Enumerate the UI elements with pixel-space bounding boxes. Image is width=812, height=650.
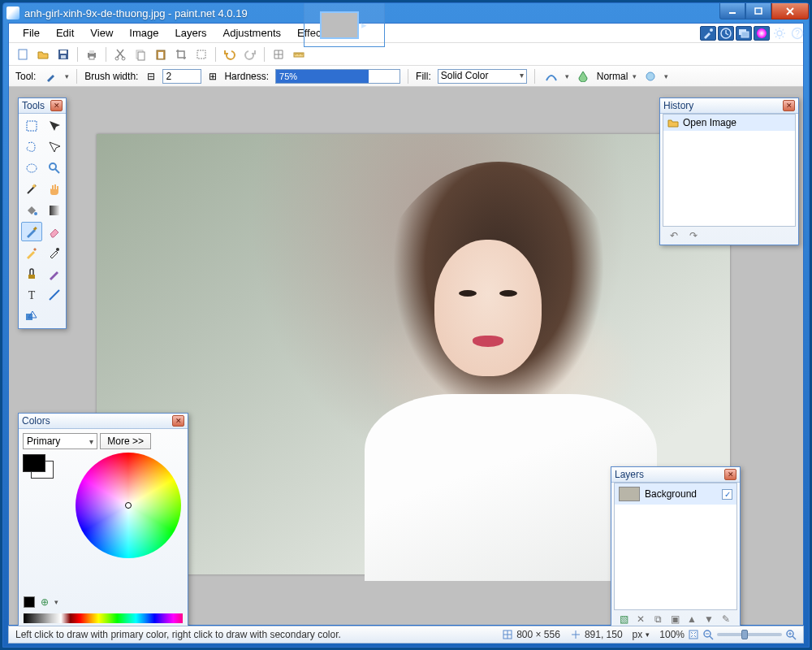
move-down-icon[interactable]: ▼ bbox=[702, 613, 715, 626]
color-wheel[interactable] bbox=[76, 453, 181, 558]
tool-magic-wand[interactable] bbox=[21, 180, 42, 199]
add-color-icon[interactable]: ⊕ bbox=[38, 596, 51, 609]
zoom-slider[interactable] bbox=[717, 633, 782, 636]
tool-zoom[interactable] bbox=[44, 158, 65, 178]
tool-shapes[interactable] bbox=[21, 306, 42, 326]
chevron-down-icon[interactable]: ▾ bbox=[565, 72, 569, 80]
minimize-button[interactable] bbox=[719, 3, 745, 20]
brush-increase[interactable]: ⊞ bbox=[206, 67, 219, 85]
grid-button[interactable] bbox=[270, 46, 287, 63]
tool-move-pixels[interactable] bbox=[44, 137, 65, 157]
tool-pan[interactable] bbox=[44, 180, 65, 199]
tool-paint-bucket[interactable] bbox=[21, 201, 42, 220]
print-button[interactable] bbox=[83, 46, 101, 63]
tool-recolor[interactable] bbox=[44, 264, 65, 284]
document-list-dropdown[interactable]: ▸ bbox=[359, 11, 369, 39]
svg-rect-36 bbox=[28, 275, 35, 279]
menu-file[interactable]: File bbox=[15, 24, 47, 41]
antialias-toggle[interactable] bbox=[542, 68, 560, 84]
fill-select[interactable]: Solid Color bbox=[438, 69, 527, 84]
blend-icon[interactable] bbox=[574, 68, 592, 84]
hardness-slider[interactable]: 75% bbox=[275, 69, 400, 84]
menu-image[interactable]: Image bbox=[122, 24, 166, 41]
chevron-down-icon[interactable]: ▾ bbox=[664, 72, 668, 80]
menu-edit[interactable]: Edit bbox=[49, 24, 81, 41]
zoom-in-icon[interactable] bbox=[785, 629, 797, 640]
help-icon[interactable]: ? bbox=[789, 26, 806, 41]
deselect-button[interactable] bbox=[192, 46, 210, 63]
layer-visible-checkbox[interactable]: ✓ bbox=[722, 489, 732, 500]
tool-text[interactable]: T bbox=[21, 285, 42, 305]
tool-picker[interactable] bbox=[42, 68, 60, 84]
tool-color-picker[interactable] bbox=[44, 243, 65, 262]
menu-layers[interactable]: Layers bbox=[167, 24, 214, 41]
more-button[interactable]: More >> bbox=[100, 433, 151, 449]
close-icon[interactable]: ✕ bbox=[783, 100, 795, 111]
menu-adjustments[interactable]: Adjustments bbox=[215, 24, 288, 41]
menu-view[interactable]: View bbox=[83, 24, 120, 41]
svg-point-4 bbox=[710, 28, 713, 32]
merge-down-icon[interactable]: ▣ bbox=[668, 613, 681, 626]
chevron-down-icon[interactable]: ▾ bbox=[633, 72, 637, 80]
copy-button[interactable] bbox=[132, 46, 149, 63]
chevron-down-icon[interactable]: ▾ bbox=[54, 598, 58, 606]
redo-button[interactable] bbox=[241, 46, 259, 63]
close-button[interactable] bbox=[771, 3, 809, 20]
overwrite-toggle[interactable] bbox=[641, 68, 659, 84]
duplicate-layer-icon[interactable]: ⧉ bbox=[651, 613, 664, 626]
color-swatches[interactable] bbox=[23, 454, 58, 482]
ruler-button[interactable] bbox=[290, 46, 308, 63]
tool-rectangle-select[interactable] bbox=[21, 116, 42, 136]
unit-select[interactable]: px ▾ bbox=[633, 629, 650, 640]
primary-color[interactable] bbox=[23, 454, 45, 472]
tool-move-selection[interactable] bbox=[44, 116, 65, 136]
zoom-out-icon[interactable] bbox=[702, 629, 714, 640]
zoom-value[interactable]: 100% bbox=[659, 629, 685, 640]
settings-icon[interactable] bbox=[771, 26, 788, 41]
color-target-select[interactable]: Primary bbox=[23, 433, 97, 449]
brush-decrease[interactable]: ⊟ bbox=[145, 67, 158, 85]
history-window-toggle[interactable] bbox=[718, 26, 734, 41]
tools-window-toggle[interactable] bbox=[700, 26, 716, 41]
colors-window-toggle[interactable] bbox=[754, 26, 770, 41]
document-tab[interactable]: ▸ bbox=[304, 3, 385, 47]
palette-strip[interactable] bbox=[24, 613, 183, 623]
open-button[interactable] bbox=[34, 46, 52, 63]
blend-mode-select[interactable]: Normal bbox=[597, 71, 628, 82]
cut-button[interactable] bbox=[111, 46, 129, 63]
tool-eraser[interactable] bbox=[44, 222, 65, 241]
save-button[interactable] bbox=[54, 46, 72, 63]
paste-button[interactable] bbox=[152, 46, 170, 63]
colors-panel[interactable]: Colors✕ Primary More >> ⊕ ▾ bbox=[18, 413, 188, 629]
close-icon[interactable]: ✕ bbox=[50, 100, 63, 111]
tool-clone-stamp[interactable] bbox=[21, 264, 42, 284]
undo-icon[interactable]: ↶ bbox=[667, 229, 680, 242]
layer-properties-icon[interactable]: ✎ bbox=[719, 613, 732, 626]
tools-panel[interactable]: Tools✕ T bbox=[18, 98, 67, 329]
move-up-icon[interactable]: ▲ bbox=[685, 613, 698, 626]
tool-ellipse-select[interactable] bbox=[21, 158, 42, 178]
layers-panel[interactable]: Layers✕ Background ✓ ▧ ✕ ⧉ ▣ ▲ ▼ ✎ bbox=[611, 466, 741, 629]
tool-pencil[interactable] bbox=[21, 243, 42, 262]
history-panel[interactable]: History✕ Open Image ↶ ↷ bbox=[659, 98, 799, 245]
brush-width-input[interactable] bbox=[162, 69, 201, 84]
svg-point-9 bbox=[777, 31, 782, 36]
close-icon[interactable]: ✕ bbox=[172, 415, 184, 427]
layers-window-toggle[interactable] bbox=[736, 26, 752, 41]
undo-button[interactable] bbox=[221, 46, 239, 63]
maximize-button[interactable] bbox=[745, 3, 771, 20]
close-icon[interactable]: ✕ bbox=[724, 469, 736, 480]
crop-button[interactable] bbox=[172, 46, 190, 63]
redo-icon[interactable]: ↷ bbox=[687, 229, 700, 242]
add-layer-icon[interactable]: ▧ bbox=[617, 613, 630, 626]
tool-line[interactable] bbox=[44, 285, 65, 305]
tool-gradient[interactable] bbox=[44, 201, 65, 220]
chevron-down-icon[interactable]: ▾ bbox=[65, 72, 69, 80]
tool-lasso-select[interactable] bbox=[21, 137, 42, 157]
history-item[interactable]: Open Image bbox=[663, 115, 795, 131]
delete-layer-icon[interactable]: ✕ bbox=[634, 613, 647, 626]
new-button[interactable] bbox=[14, 46, 32, 63]
layer-row[interactable]: Background ✓ bbox=[615, 483, 736, 505]
tool-paintbrush[interactable] bbox=[21, 222, 42, 241]
zoom-fit-icon[interactable] bbox=[688, 629, 699, 640]
